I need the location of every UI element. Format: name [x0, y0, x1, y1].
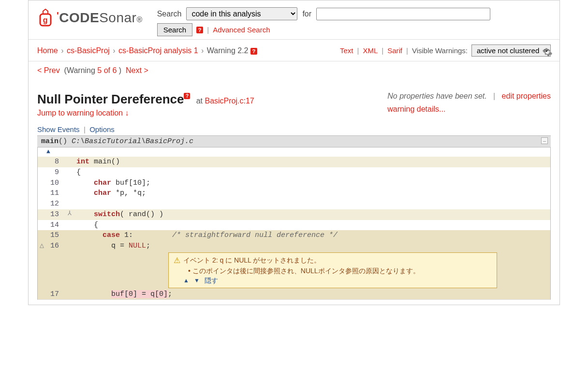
- breadcrumb-home[interactable]: Home: [37, 46, 58, 55]
- pager-status-close: ): [117, 66, 121, 74]
- event-detail: • このポインタは後に間接参照され、NULLポインタ参照の原因となります。: [174, 266, 492, 276]
- gear-icon[interactable]: [542, 47, 553, 59]
- code-line: int main(): [76, 157, 550, 167]
- help-icon[interactable]: ?: [250, 48, 257, 55]
- for-label: for: [302, 10, 311, 18]
- code-line: case 1: /* straightforward null derefere…: [76, 230, 550, 241]
- pager-status-count[interactable]: 5 of 6: [97, 66, 117, 74]
- code-line: buf[0] = q[0];: [76, 289, 550, 300]
- warning-title: Null Pointer Dereference?: [37, 92, 194, 106]
- no-properties-text: No properties have been set.: [387, 92, 486, 100]
- advanced-search-link[interactable]: Advanced Search: [213, 26, 270, 34]
- scroll-up-icon[interactable]: ▲: [38, 147, 63, 157]
- at-label: at: [196, 97, 203, 105]
- code-line: {: [76, 167, 550, 178]
- edit-properties-link[interactable]: edit properties: [502, 92, 551, 100]
- help-icon[interactable]: ?: [184, 93, 190, 99]
- code-file-header: main() C:\BasicTutorial\BasicProj.c _: [37, 135, 551, 147]
- line-number: 9: [38, 167, 63, 178]
- search-scope-select[interactable]: code in this analysis: [186, 7, 297, 20]
- format-xml-link[interactable]: XML: [363, 46, 378, 55]
- line-number: 12: [38, 199, 63, 209]
- event-next-icon[interactable]: ▼: [194, 277, 200, 285]
- code-panel: ▲ 8 int main() 9 { 10 char buf[10]; 11 c…: [37, 147, 551, 300]
- event-prev-icon[interactable]: ▲: [183, 277, 189, 285]
- format-sarif-link[interactable]: Sarif: [387, 46, 402, 55]
- format-text-link[interactable]: Text: [340, 46, 353, 55]
- line-number: 17: [38, 289, 63, 300]
- line-number: 11: [38, 188, 63, 199]
- warning-location-link[interactable]: BasicProj.c:17: [205, 97, 254, 105]
- line-number: 10: [38, 178, 63, 189]
- help-icon[interactable]: ?: [196, 27, 203, 33]
- event-hide-link[interactable]: 隠す: [205, 276, 218, 285]
- next-link[interactable]: Next >: [126, 66, 148, 74]
- jump-to-location-link[interactable]: Jump to warning location ↓: [37, 109, 254, 117]
- search-input[interactable]: [316, 8, 490, 20]
- prev-link[interactable]: < Prev: [37, 66, 60, 74]
- event-annotation: ⚠ イベント 2: q に NULL がセットされました。 • このポインタは後…: [168, 252, 497, 288]
- svg-text:g: g: [43, 16, 48, 24]
- breadcrumb-project[interactable]: cs-BasicProj: [67, 46, 110, 55]
- line-number: △16: [38, 241, 63, 251]
- code-line: q = NULL;: [76, 241, 550, 251]
- line-number: 8: [38, 157, 63, 167]
- show-events-link[interactable]: Show Events: [37, 125, 80, 133]
- breadcrumb-current: Warning 2.2: [207, 46, 249, 55]
- pager-status-open: (Warning: [64, 66, 98, 74]
- code-line: char *p, *q;: [76, 188, 550, 199]
- line-number: 15: [38, 230, 63, 241]
- event-title: イベント 2: q に NULL がセットされました。: [183, 255, 321, 265]
- branch-icon[interactable]: ⅄: [63, 209, 76, 220]
- code-line: switch( rand() ): [76, 209, 550, 220]
- visible-warnings-label: Visible Warnings:: [412, 46, 468, 55]
- search-label: Search: [157, 10, 182, 18]
- separator: |: [207, 26, 209, 34]
- line-number: 13: [38, 209, 63, 220]
- code-line: char buf[10];: [76, 178, 550, 189]
- code-line: [76, 199, 550, 209]
- app-logo: g 'CODESonar®: [37, 7, 143, 29]
- options-link[interactable]: Options: [89, 125, 115, 133]
- code-line: {: [76, 220, 550, 231]
- warning-details-link[interactable]: warning details...: [387, 105, 445, 113]
- line-number: 14: [38, 220, 63, 231]
- breadcrumb-analysis[interactable]: cs-BasicProj analysis 1: [118, 46, 198, 55]
- breadcrumb: Home › cs-BasicProj › cs-BasicProj analy…: [37, 44, 257, 57]
- warning-icon: ⚠: [174, 255, 180, 266]
- minimize-icon[interactable]: _: [541, 137, 548, 144]
- visible-warnings-select[interactable]: active not clustered: [471, 44, 551, 57]
- search-button[interactable]: Search: [157, 23, 193, 36]
